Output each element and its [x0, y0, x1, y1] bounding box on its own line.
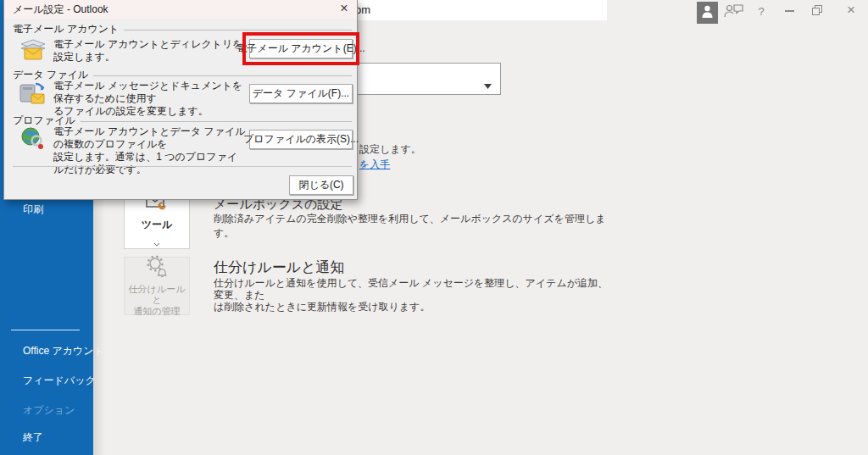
group-rule [81, 121, 352, 122]
mailbox-settings-desc: 削除済みアイテムの完全削除や整理を利用して、メールボックスのサイズを管理します。 [214, 212, 612, 241]
account-avatar-button[interactable] [697, 2, 718, 24]
group-rule [124, 30, 352, 31]
email-accounts-desc: 電子メール アカウントとディレクトリを設定します。 [53, 38, 247, 64]
sidebar-item-exit[interactable]: 終了 [23, 430, 43, 445]
chevron-down-icon [153, 235, 160, 250]
minimize-button[interactable] [781, 3, 798, 19]
window-close-button[interactable]: × [842, 1, 860, 19]
mail-setup-dialog: メール設定 - Outlook × 電子メール アカウント 電子メール アカウン… [3, 0, 358, 200]
tools-button[interactable]: ツール [124, 194, 190, 249]
desc-line: 電子メール アカウントとデータ ファイルの複数のプロファイルを [53, 125, 247, 151]
rules-tile-label-line1: 仕分けルールと [125, 284, 189, 306]
desc-line: 電子メール メッセージとドキュメントを保存するために使用す [53, 80, 247, 105]
group-rule [93, 75, 352, 76]
data-file-icon [18, 81, 47, 108]
dialog-close-icon[interactable]: × [337, 1, 352, 16]
tools-label: ツール [142, 218, 173, 232]
data-files-desc: 電子メール メッセージとドキュメントを保存するために使用す るファイルの設定を変… [53, 80, 247, 118]
profiles-desc: 電子メール アカウントとデータ ファイルの複数のプロファイルを 設定します。通常… [53, 125, 247, 176]
close-dialog-button[interactable]: 閉じる(C) [289, 175, 353, 195]
dialog-title: メール設定 - Outlook [13, 0, 108, 19]
restore-button[interactable] [809, 3, 826, 19]
sidebar-item-office-account[interactable]: Office アカウント [23, 344, 104, 358]
desc-line: 設定します。通常は、1 つのプロファイルだけが必要です。 [53, 151, 247, 176]
dialog-bottom-separator [13, 166, 352, 167]
help-icon: ? [758, 5, 764, 18]
dialog-titlebar: メール設定 - Outlook × [4, 0, 357, 19]
person-icon [701, 4, 714, 21]
highlight-box [242, 32, 359, 65]
rules-and-alerts-desc: 仕分けルールと通知を使用して、受信メール メッセージを整理し、アイテムが追加、変… [214, 277, 612, 313]
email-accounts-icon [18, 37, 48, 64]
data-files-button[interactable]: データ ファイル(F)... [249, 84, 353, 103]
get-outlook-link-fragment[interactable]: を入手 [359, 158, 390, 172]
sidebar-item-options: オプション [23, 403, 75, 418]
minimize-icon [785, 10, 794, 12]
show-profiles-button[interactable]: プロファイルの表示(S)... [249, 130, 353, 149]
rules-desc-line1: 仕分けルールと通知を使用して、受信メール メッセージを整理し、アイテムが追加、変… [214, 277, 612, 301]
profiles-icon [19, 126, 45, 153]
feedback-icon [724, 3, 743, 21]
restore-icon [812, 3, 822, 19]
desc-line: 電子メール アカウントとディレクトリを設定します。 [53, 38, 247, 64]
help-button[interactable]: ? [754, 3, 769, 19]
rules-and-alerts-title: 仕分けルールと通知 [214, 258, 345, 277]
sidebar-item-print[interactable]: 印刷 [23, 203, 43, 217]
outlook-backstage-screen: 印刷 Office アカウント フィードバック オプション 終了 xxx@exa… [0, 0, 868, 455]
window-close-icon: × [847, 2, 855, 19]
sidebar-separator [11, 330, 80, 330]
group-label: 電子メール アカウント [13, 22, 119, 36]
gear-bell-icon [146, 255, 169, 281]
sidebar-item-feedback[interactable]: フィードバック [23, 374, 96, 388]
rules-and-alerts-button: 仕分けルールと 通知の管理 [124, 257, 190, 315]
rules-tile-label-line2: 通知の管理 [133, 306, 180, 317]
mobile-setup-text-fragment: 設定します。 [359, 142, 421, 157]
feedback-button[interactable] [721, 3, 745, 20]
chevron-down-icon [484, 77, 492, 92]
rules-desc-line2: は削除されたときに更新情報を受け取ります。 [214, 301, 612, 313]
